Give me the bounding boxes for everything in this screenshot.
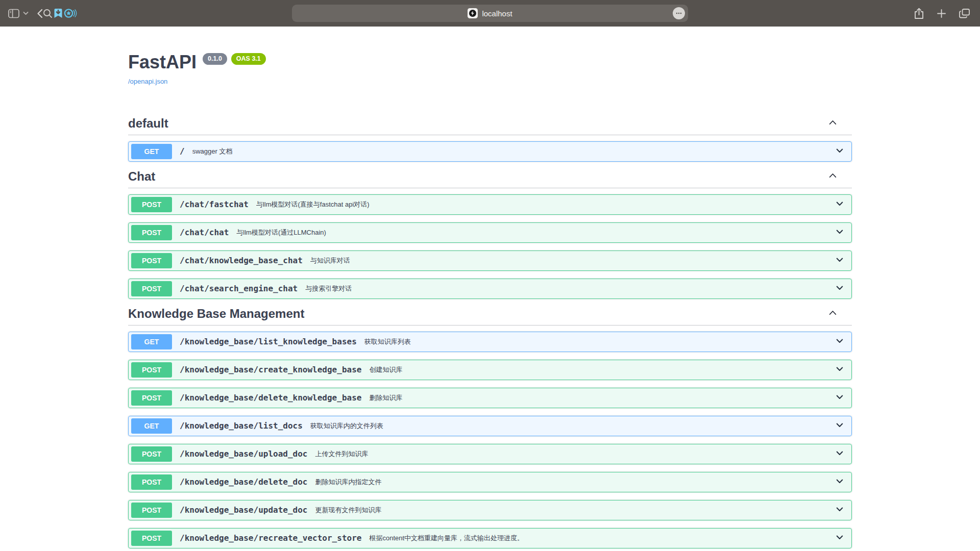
endpoint-description: 与搜索引擎对话 [305, 284, 832, 293]
endpoint-description: 与llm模型对话(通过LLMChain) [236, 228, 832, 237]
chevron-up-icon [827, 117, 838, 128]
endpoint-row[interactable]: POST/chat/search_engine_chat与搜索引擎对话 [128, 279, 852, 299]
search-button[interactable] [43, 9, 53, 18]
endpoint-path: /knowledge_base/list_knowledge_bases [180, 337, 357, 346]
expand-operation-button[interactable] [832, 446, 847, 462]
toolbar-left-group [8, 8, 78, 19]
endpoint-path: /knowledge_base/delete_knowledge_base [180, 393, 361, 403]
chevron-down-icon [835, 255, 845, 265]
endpoint-path: / [180, 146, 185, 156]
star-wave-extension-icon [64, 8, 78, 18]
section-operations: POST/chat/fastchat与llm模型对话(直接与fastchat a… [128, 194, 852, 299]
share-button[interactable] [914, 8, 924, 19]
method-badge: GET [131, 418, 172, 434]
endpoint-description: 删除知识库内指定文件 [315, 478, 832, 487]
collapse-section-button[interactable] [826, 116, 839, 131]
section-header[interactable]: Chat [128, 169, 852, 188]
expand-operation-button[interactable] [832, 143, 847, 159]
api-sections: defaultGET/swagger 文档ChatPOST/chat/fastc… [128, 116, 852, 548]
chevron-down-icon [835, 145, 845, 156]
api-title: FastAPI [128, 52, 197, 72]
new-tab-button[interactable] [937, 9, 946, 18]
endpoint-row[interactable]: POST/chat/chat与llm模型对话(通过LLMChain) [128, 222, 852, 243]
api-info: FastAPI 0.1.0 OAS 3.1 /openapi.json [128, 52, 852, 86]
sidebar-toggle-button[interactable] [8, 9, 19, 18]
more-ellipsis-icon [676, 12, 682, 14]
expand-operation-button[interactable] [832, 502, 847, 518]
endpoint-path: /knowledge_base/update_doc [180, 505, 307, 515]
method-badge: POST [131, 281, 172, 296]
toolbar-right-group [914, 0, 970, 27]
expand-operation-button[interactable] [832, 253, 847, 268]
collapse-section-button[interactable] [826, 169, 839, 184]
method-badge: POST [131, 197, 172, 212]
method-badge: POST [131, 253, 172, 268]
section-header[interactable]: Knowledge Base Management [128, 307, 852, 325]
chevron-down-icon [835, 198, 845, 209]
section-operations: GET/knowledge_base/list_knowledge_bases获… [128, 332, 852, 548]
method-badge: POST [131, 531, 172, 546]
expand-operation-button[interactable] [832, 224, 847, 240]
endpoint-row[interactable]: GET/knowledge_base/list_docs获取知识库内的文件列表 [128, 416, 852, 436]
chevron-down-icon [835, 476, 845, 486]
endpoint-row[interactable]: POST/knowledge_base/delete_knowledge_bas… [128, 388, 852, 408]
endpoint-description: 获取知识库内的文件列表 [310, 421, 832, 431]
back-chevron-icon [37, 9, 43, 18]
sidebar-icon [8, 9, 19, 18]
endpoint-row[interactable]: POST/knowledge_base/update_doc更新现有文件到知识库 [128, 500, 852, 520]
api-section: defaultGET/swagger 文档 [128, 116, 852, 162]
expand-operation-button[interactable] [832, 362, 847, 378]
expand-operation-button[interactable] [832, 196, 847, 212]
method-badge: POST [131, 390, 172, 406]
chevron-down-icon [835, 283, 845, 293]
tab-overview-icon [959, 9, 970, 18]
endpoint-row[interactable]: POST/knowledge_base/create_knowledge_bas… [128, 360, 852, 380]
expand-operation-button[interactable] [832, 334, 847, 349]
openapi-spec-link[interactable]: /openapi.json [128, 78, 167, 85]
endpoint-description: 创建知识库 [369, 365, 832, 374]
bookmark-extension-icon [53, 8, 64, 19]
endpoint-row[interactable]: POST/chat/knowledge_base_chat与知识库对话 [128, 251, 852, 271]
endpoint-path: /chat/fastchat [180, 199, 249, 209]
method-badge: POST [131, 446, 172, 462]
api-section: Knowledge Base ManagementGET/knowledge_b… [128, 307, 852, 548]
collapse-section-button[interactable] [826, 307, 839, 321]
endpoint-description: swagger 文档 [192, 147, 832, 156]
endpoint-row[interactable]: GET/knowledge_base/list_knowledge_bases获… [128, 332, 852, 352]
expand-operation-button[interactable] [832, 281, 847, 296]
api-section: ChatPOST/chat/fastchat与llm模型对话(直接与fastch… [128, 169, 852, 299]
section-header[interactable]: default [128, 116, 852, 135]
expand-operation-button[interactable] [832, 390, 847, 406]
endpoint-path: /knowledge_base/list_docs [180, 421, 303, 431]
endpoint-path: /knowledge_base/upload_doc [180, 449, 307, 459]
endpoint-description: 根据content中文档重建向量库，流式输出处理进度。 [369, 534, 832, 543]
endpoint-path: /chat/search_engine_chat [180, 284, 298, 293]
bookmark-extension-button[interactable] [53, 8, 64, 19]
chevron-down-icon [835, 420, 845, 430]
endpoint-row[interactable]: POST/knowledge_base/recreate_vector_stor… [128, 528, 852, 548]
back-button[interactable] [37, 9, 43, 18]
expand-operation-button[interactable] [832, 530, 847, 546]
browser-toolbar: localhost [0, 0, 980, 27]
star-wave-extension-button[interactable] [64, 8, 78, 18]
chevron-down-icon [835, 227, 845, 237]
endpoint-description: 删除知识库 [369, 393, 832, 403]
endpoint-path: /knowledge_base/create_knowledge_base [180, 365, 361, 374]
page-settings-button[interactable] [673, 7, 685, 19]
version-badge: 0.1.0 [203, 53, 227, 65]
url-text: localhost [482, 9, 512, 18]
chevron-down-icon [835, 364, 845, 374]
endpoint-row[interactable]: POST/knowledge_base/upload_doc上传文件到知识库 [128, 444, 852, 464]
endpoint-row[interactable]: POST/chat/fastchat与llm模型对话(直接与fastchat a… [128, 194, 852, 215]
expand-operation-button[interactable] [832, 474, 847, 490]
endpoint-row[interactable]: GET/swagger 文档 [128, 141, 852, 162]
sidebar-menu-button[interactable] [23, 11, 29, 15]
address-bar[interactable]: localhost [292, 5, 688, 22]
expand-operation-button[interactable] [832, 418, 847, 434]
chevron-down-icon [835, 336, 845, 346]
endpoint-row[interactable]: POST/knowledge_base/delete_doc删除知识库内指定文件 [128, 472, 852, 492]
tab-overview-button[interactable] [959, 9, 970, 18]
endpoint-description: 获取知识库列表 [364, 337, 832, 346]
endpoint-path: /knowledge_base/delete_doc [180, 477, 307, 487]
section-operations: GET/swagger 文档 [128, 141, 852, 162]
